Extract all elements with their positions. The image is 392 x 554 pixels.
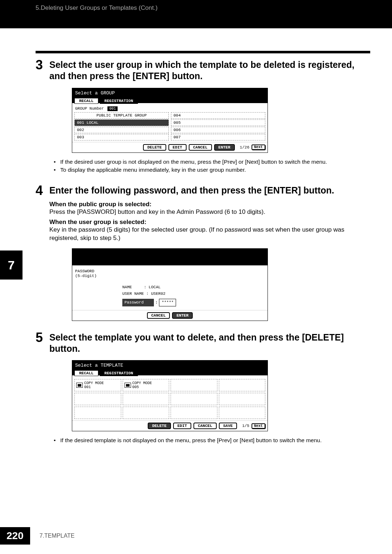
- tab-recall[interactable]: RECALL: [74, 98, 98, 104]
- page-indicator: 1/26: [240, 145, 249, 150]
- step-number: 3: [36, 58, 49, 72]
- screenshot-select-group: Select a GROUP RECALL REGISTRATION GROUP…: [72, 88, 268, 153]
- step-heading: Enter the following password, and then p…: [49, 184, 334, 196]
- step-4: 4 Enter the following password, and then…: [36, 184, 370, 197]
- delete-button[interactable]: DELETE: [148, 423, 171, 429]
- username-label: USER NAME: [122, 292, 144, 296]
- enter-button[interactable]: ENTER: [214, 144, 235, 151]
- step-5-notes: If the desired template is not displayed…: [54, 436, 370, 444]
- cancel-button[interactable]: CANCEL: [189, 144, 212, 151]
- list-item[interactable]: 003: [74, 134, 169, 140]
- list-item[interactable]: 006: [171, 127, 265, 133]
- screenshot-password: PASSWORD (5-digit) NAME : LOCAL USER NAM…: [72, 248, 268, 321]
- password-label: Password: [122, 299, 154, 306]
- page-header: 5.Deleting User Groups or Templates (Con…: [0, 0, 392, 28]
- step-5: 5 Select the template you want to delete…: [36, 331, 370, 355]
- password-fields: NAME : LOCAL USER NAME : USER02 Password…: [122, 284, 265, 306]
- template-icon: [124, 383, 131, 388]
- tab-row: RECALL REGISTRATION: [72, 370, 268, 376]
- enter-button[interactable]: ENTER: [172, 312, 193, 319]
- step-4-details: When the public group is selected: Press…: [49, 201, 370, 243]
- template-empty[interactable]: [171, 379, 217, 391]
- group-number-field[interactable]: 001: [107, 106, 118, 111]
- template-empty[interactable]: [74, 393, 121, 405]
- template-empty[interactable]: [74, 407, 121, 419]
- list-item-selected[interactable]: 001 LOCAL: [74, 119, 169, 126]
- step-3-notes: If the desired user group is not display…: [54, 158, 370, 174]
- page-indicator: 1/5: [242, 424, 249, 428]
- breadcrumb: 5.Deleting User Groups or Templates (Con…: [36, 4, 158, 11]
- tab-recall[interactable]: RECALL: [74, 370, 98, 376]
- step-3: 3 Select the user group in which the tem…: [36, 58, 370, 82]
- note-item: If the desired user group is not display…: [54, 158, 370, 166]
- group-list: PUBLIC TEMPLATE GROUP 004 001 LOCAL 005 …: [72, 112, 268, 142]
- step-number: 5: [36, 331, 49, 344]
- edit-button[interactable]: EDIT: [168, 144, 187, 151]
- screen-button-row: CANCEL ENTER: [72, 310, 268, 321]
- list-item[interactable]: 002: [74, 127, 169, 133]
- template-icon: [76, 383, 83, 388]
- list-item[interactable]: PUBLIC TEMPLATE GROUP: [74, 112, 169, 119]
- cancel-button[interactable]: CANCEL: [147, 312, 170, 319]
- screen-title-blank: [72, 249, 268, 265]
- edit-button[interactable]: EDIT: [173, 423, 191, 429]
- template-item[interactable]: COPY MODE001: [74, 379, 121, 391]
- next-button[interactable]: Next: [252, 423, 265, 429]
- note-item: To display the applicable menu immediate…: [54, 166, 370, 174]
- step-heading: Select the user group in which the templ…: [49, 58, 370, 82]
- step-number: 4: [36, 184, 49, 197]
- template-empty[interactable]: [123, 393, 170, 405]
- group-number-label: GROUP Number: [75, 106, 104, 111]
- subtext: Press the [PASSWORD] button and key in t…: [49, 208, 370, 216]
- list-item[interactable]: 005: [171, 119, 265, 126]
- subtext: Key in the password (5 digits) for the s…: [49, 226, 370, 243]
- tab-row: RECALL REGISTRATION: [72, 98, 268, 104]
- save-button[interactable]: SAVE: [219, 423, 237, 429]
- group-number-row: GROUP Number 001: [72, 105, 268, 112]
- colon: :: [155, 299, 158, 306]
- list-item[interactable]: 007: [171, 134, 265, 140]
- note-item: If the desired template is not displayed…: [54, 436, 370, 444]
- template-empty[interactable]: [123, 407, 170, 419]
- step-heading: Select the template you want to delete, …: [49, 331, 370, 355]
- password-caption: PASSWORD (5-digit): [75, 269, 265, 278]
- subhead: When the user group is selected:: [49, 219, 370, 226]
- screen-button-row: DELETE EDIT CANCEL SAVE 1/5 Next: [72, 420, 268, 431]
- template-item[interactable]: COPY MODE005: [123, 379, 170, 391]
- page-content: 3 Select the user group in which the tem…: [0, 28, 392, 445]
- template-empty[interactable]: [219, 393, 266, 405]
- tab-registration[interactable]: REGISTRATION: [100, 98, 138, 104]
- template-empty[interactable]: [171, 407, 217, 419]
- section-rule: [36, 51, 370, 53]
- page-footer: 220 7.TEMPLATE: [0, 527, 392, 545]
- list-item[interactable]: 004: [171, 112, 265, 119]
- footer-section: 7.TEMPLATE: [40, 533, 75, 539]
- cancel-button[interactable]: CANCEL: [193, 423, 217, 429]
- template-empty[interactable]: [171, 393, 217, 405]
- password-input[interactable]: *****: [159, 299, 176, 306]
- screen-button-row: DELETE EDIT CANCEL ENTER 1/26 Next: [72, 142, 268, 152]
- screenshot-select-template: Select a TEMPLATE RECALL REGISTRATION CO…: [72, 360, 268, 431]
- name-label: NAME: [122, 285, 132, 289]
- name-value: : LOCAL: [144, 285, 160, 289]
- delete-button[interactable]: DELETE: [143, 144, 166, 151]
- template-empty[interactable]: [219, 379, 266, 391]
- template-empty[interactable]: [219, 407, 266, 419]
- username-value: : USER02: [146, 292, 166, 296]
- next-button[interactable]: Next: [252, 144, 265, 150]
- page-number: 220: [0, 527, 30, 545]
- password-body: PASSWORD (5-digit) NAME : LOCAL USER NAM…: [72, 265, 268, 310]
- subhead: When the public group is selected:: [49, 201, 370, 208]
- template-grid: COPY MODE001 COPY MODE005: [72, 378, 268, 420]
- template-label: COPY MODE001: [84, 381, 104, 389]
- tab-registration[interactable]: REGISTRATION: [100, 370, 138, 376]
- template-label: COPY MODE005: [132, 381, 152, 389]
